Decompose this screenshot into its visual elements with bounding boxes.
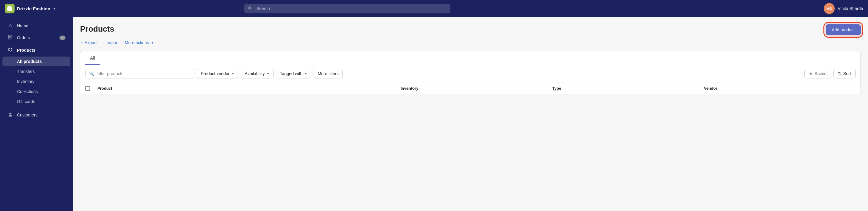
export-button[interactable]: ↑ Export <box>80 39 97 46</box>
sidebar-item-gift-cards[interactable]: Gift cards <box>2 97 70 106</box>
sort-icon: ⇅ <box>838 72 841 76</box>
filter-bar: 🔍 Product vendor ▼ Availability ▼ Tagged… <box>81 65 860 82</box>
import-button[interactable]: ↓ Import <box>102 39 119 46</box>
orders-icon <box>7 35 13 41</box>
filter-products-input[interactable] <box>96 71 190 76</box>
filter-search-icon: 🔍 <box>89 72 94 76</box>
products-card: All 🔍 Product vendor ▼ Availability ▼ Ta <box>80 51 861 95</box>
main-layout: ⌂ Home Orders 4 Products All products Tr… <box>0 17 868 211</box>
products-icon <box>7 47 13 53</box>
sidebar-item-collections[interactable]: Collections <box>2 87 70 96</box>
brand-name: Drizzle Fashion <box>17 6 50 11</box>
brand-chevron-icon: ▼ <box>53 7 56 10</box>
select-all-checkbox-cell[interactable] <box>85 86 97 91</box>
saved-button[interactable]: ★ Saved <box>804 69 831 78</box>
page-title-group: Products <box>80 24 114 34</box>
sidebar-item-orders[interactable]: Orders 4 <box>2 32 70 44</box>
home-icon: ⌂ <box>7 23 13 28</box>
tagged-with-filter[interactable]: Tagged with ▼ <box>276 69 311 78</box>
column-header-type: Type <box>552 86 704 91</box>
orders-badge: 4 <box>59 35 65 40</box>
avatar: VS <box>824 3 835 14</box>
product-vendor-filter[interactable]: Product vendor ▼ <box>197 69 238 78</box>
availability-filter[interactable]: Availability ▼ <box>241 69 274 78</box>
more-filters-button[interactable]: More filters <box>314 69 342 78</box>
sort-button[interactable]: ⇅ Sort <box>833 69 856 78</box>
nav-right: VS Vinita Sharda <box>824 3 863 14</box>
sidebar-item-inventory[interactable]: Inventory <box>2 77 70 86</box>
column-header-inventory: Inventory <box>401 86 552 91</box>
shopify-logo <box>5 4 14 14</box>
products-sub-items: All products Transfers Inventory Collect… <box>0 57 73 106</box>
export-icon: ↑ <box>81 41 83 45</box>
column-header-product: Product <box>97 86 401 91</box>
tabs-container: All <box>81 51 860 65</box>
column-header-vendor: Vendor <box>704 86 856 91</box>
more-actions-chevron-icon: ▼ <box>151 41 154 44</box>
content-area: Products Add product ↑ Export ↓ Import M… <box>73 17 868 211</box>
availability-chevron-icon: ▼ <box>267 72 270 75</box>
add-product-button[interactable]: Add product <box>826 24 861 35</box>
more-actions-button[interactable]: More actions ▼ <box>124 39 154 46</box>
filter-search-box: 🔍 <box>85 69 194 78</box>
sidebar-item-transfers[interactable]: Transfers <box>2 67 70 76</box>
page-title: Products <box>80 24 114 34</box>
toolbar: ↑ Export ↓ Import More actions ▼ <box>80 39 861 46</box>
search-bar: 🔍 <box>244 4 451 14</box>
star-icon: ★ <box>809 71 813 76</box>
sidebar-item-customers[interactable]: Customers <box>2 109 70 121</box>
search-icon: 🔍 <box>248 6 253 11</box>
import-icon: ↓ <box>103 41 105 45</box>
page-header: Products Add product <box>80 24 861 35</box>
table-header: Product Inventory Type Vendor <box>81 82 860 95</box>
tagged-chevron-icon: ▼ <box>304 72 307 75</box>
sidebar: ⌂ Home Orders 4 Products All products Tr… <box>0 17 73 211</box>
vendor-chevron-icon: ▼ <box>231 72 235 75</box>
user-name: Vinita Sharda <box>838 6 863 11</box>
select-all-checkbox[interactable] <box>85 86 90 91</box>
search-input[interactable] <box>244 4 451 14</box>
brand[interactable]: Drizzle Fashion ▼ <box>5 4 56 14</box>
sidebar-item-all-products[interactable]: All products <box>2 57 70 66</box>
customers-icon <box>7 112 13 118</box>
tab-all[interactable]: All <box>85 51 100 65</box>
top-nav: Drizzle Fashion ▼ 🔍 VS Vinita Sharda <box>0 0 868 17</box>
sidebar-item-products[interactable]: Products <box>2 44 70 56</box>
sidebar-item-home[interactable]: ⌂ Home <box>2 20 70 31</box>
